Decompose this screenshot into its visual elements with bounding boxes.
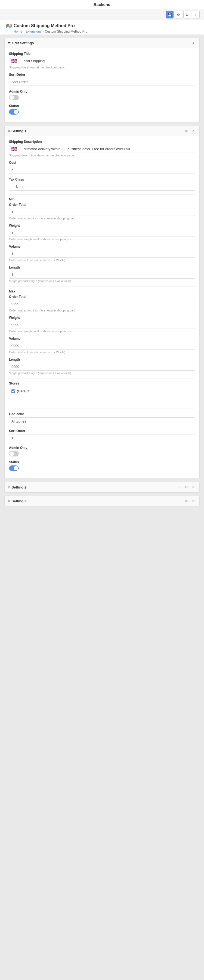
s1-cost-input[interactable]: [9, 166, 195, 174]
breadcrumb-extensions[interactable]: Extensions: [26, 30, 42, 33]
admin-only-label: Admin Only: [9, 90, 195, 94]
breadcrumb: Home › Extensions › Custom Shipping Meth…: [5, 30, 87, 33]
setting2-header: # Setting 2 − ⧉ ✕: [5, 482, 199, 492]
min-order-total-input[interactable]: [9, 208, 195, 216]
min-volume-group: Volume Order total volume (dimensions L …: [9, 245, 195, 262]
max-length-input[interactable]: [9, 363, 195, 371]
s1-status-toggle[interactable]: [9, 465, 19, 471]
min-divider: [9, 194, 195, 195]
min-order-total-label: Order Total: [9, 203, 195, 207]
stores-group: Stores (Default): [9, 382, 195, 409]
s1-shipping-desc-group: Shipping Description Shipping descriptio: [9, 140, 195, 157]
min-weight-hint: Order total weight as it is shown in sho…: [9, 238, 195, 241]
breadcrumb-sep-1: ›: [23, 30, 24, 33]
min-length-group: Length Single product length (dimensions…: [9, 266, 195, 283]
s1-sort-order-input[interactable]: [9, 434, 195, 442]
s1-admin-only-slider: [9, 451, 19, 457]
breadcrumb-sep-2: ›: [43, 30, 44, 33]
status-group: Status: [9, 104, 195, 115]
edit-settings-panel: ✏ Edit Settings ▲ Shipping Title: [4, 38, 200, 123]
settings-button[interactable]: ⚙: [175, 11, 182, 19]
setting2-close-btn[interactable]: ✕: [191, 484, 196, 490]
max-weight-label: Weight: [9, 316, 195, 320]
status-toggle[interactable]: [9, 109, 19, 115]
s1-status-toggle-wrap: [9, 465, 195, 471]
breadcrumb-home[interactable]: Home: [14, 30, 22, 33]
save-button[interactable]: 💾: [166, 11, 173, 19]
setting1-minus-btn[interactable]: −: [177, 128, 182, 134]
max-volume-input[interactable]: [9, 342, 195, 350]
store-default-label: (Default): [17, 389, 31, 393]
min-length-label: Length: [9, 266, 195, 269]
edit-settings-title: Edit Settings: [12, 41, 34, 45]
setting1-copy-btn[interactable]: ⧉: [184, 128, 189, 134]
setting2-minus-btn[interactable]: −: [177, 484, 182, 490]
s1-status-label: Status: [9, 460, 195, 464]
stores-box: (Default): [9, 387, 195, 409]
setting3-title: Setting 3: [11, 499, 26, 503]
edit-settings-body: Shipping Title Shipping title shown at t: [5, 48, 199, 122]
s1-shipping-desc-hint: Shipping description shown at the checko…: [9, 154, 195, 157]
toolbar: 💾 ⚙ ⚙ ↩: [0, 9, 204, 21]
s1-tax-class-label: Tax Class: [9, 178, 195, 181]
min-volume-hint: Order total volume (dimensions L x W x H…: [9, 259, 195, 262]
setting2-copy-btn[interactable]: ⧉: [184, 484, 189, 490]
s1-admin-only-group: Admin Only: [9, 446, 195, 457]
setting2-title: Setting 2: [11, 485, 26, 489]
setting1-header-right: − ⧉ ✕: [177, 128, 196, 134]
s1-tax-class-input[interactable]: [9, 183, 195, 191]
setting3-panel: # Setting 3 − ⧉ ✕: [4, 496, 200, 506]
back-button[interactable]: ↩: [192, 11, 200, 19]
s1-shipping-desc-input[interactable]: [19, 145, 195, 153]
geo-zone-input[interactable]: [9, 417, 195, 425]
brand-title: Custom Shipping Method Pro: [14, 23, 75, 28]
min-weight-label: Weight: [9, 224, 195, 228]
max-weight-hint: Order total weight as it is shown in sho…: [9, 330, 195, 333]
s1-cost-group: Cost: [9, 161, 195, 174]
shipping-title-input[interactable]: [19, 57, 195, 65]
max-order-total-input[interactable]: [9, 300, 195, 308]
status-label: Status: [9, 104, 195, 108]
max-length-hint: Single product length (dimensions L or W…: [9, 371, 195, 375]
setting3-close-btn[interactable]: ✕: [191, 498, 196, 504]
s1-uk-flag-icon: [11, 147, 17, 151]
s1-tax-class-group: Tax Class: [9, 178, 195, 191]
edit-settings-collapse-btn[interactable]: ▲: [191, 40, 196, 46]
max-length-label: Length: [9, 358, 195, 361]
min-weight-input[interactable]: [9, 229, 195, 237]
min-volume-input[interactable]: [9, 250, 195, 258]
page-content: ✏ Edit Settings ▲ Shipping Title: [0, 35, 204, 510]
setting1-header-left: # Setting 1: [8, 129, 26, 133]
setting2-panel: # Setting 2 − ⧉ ✕: [4, 482, 200, 493]
setting1-body: Shipping Description Shipping descriptio: [5, 136, 199, 479]
s1-admin-only-toggle[interactable]: [9, 451, 19, 457]
shipping-title-label: Shipping Title: [9, 52, 195, 56]
setting1-panel: # Setting 1 − ⧉ ✕ Shipping Description: [4, 126, 200, 479]
setting3-minus-btn[interactable]: −: [177, 498, 182, 504]
flag-cell: [9, 58, 19, 64]
setting3-header-right: − ⧉ ✕: [177, 498, 196, 504]
shipping-title-input-row: [9, 57, 195, 65]
max-weight-group: Weight Order total weight as it is shown…: [9, 316, 195, 333]
geo-zone-label: Geo Zone: [9, 412, 195, 416]
admin-only-slider: [9, 95, 19, 100]
s1-status-group: Status: [9, 460, 195, 471]
max-weight-input[interactable]: [9, 321, 195, 329]
edit-settings-header: ✏ Edit Settings ▲: [5, 38, 199, 48]
sort-order-input[interactable]: [9, 78, 195, 86]
min-weight-group: Weight Order total weight as it is shown…: [9, 224, 195, 241]
geo-zone-group: Geo Zone: [9, 412, 195, 425]
top-bar: Backend: [0, 0, 204, 9]
s1-sort-order-group: Sort Order: [9, 429, 195, 442]
s1-admin-only-label: Admin Only: [9, 446, 195, 450]
max-order-total-hint: Order total amount as it is shown in sho…: [9, 309, 195, 312]
setting1-close-btn[interactable]: ✕: [191, 128, 196, 134]
min-length-input[interactable]: [9, 271, 195, 278]
max-divider: [9, 286, 195, 287]
min-order-total-group: Order Total Order total amount as it is …: [9, 203, 195, 220]
extra-settings-button[interactable]: ⚙: [183, 11, 191, 19]
store-default-checkbox[interactable]: [11, 390, 15, 393]
admin-only-toggle[interactable]: [9, 95, 19, 100]
stores-label: Stores: [9, 382, 195, 385]
setting3-copy-btn[interactable]: ⧉: [184, 498, 189, 504]
